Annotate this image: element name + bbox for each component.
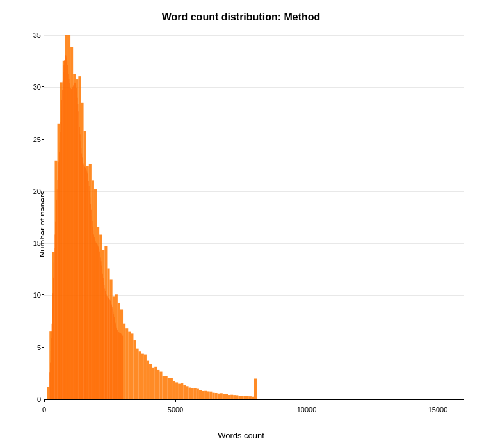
svg-rect-169	[96, 243, 97, 399]
svg-rect-123	[72, 88, 73, 399]
svg-rect-96	[58, 171, 58, 399]
svg-rect-64	[215, 393, 218, 399]
svg-rect-106	[63, 72, 64, 399]
svg-rect-92	[56, 211, 56, 399]
svg-rect-172	[98, 246, 99, 399]
svg-rect-161	[92, 221, 93, 399]
svg-rect-63	[212, 393, 214, 399]
svg-rect-71	[233, 395, 236, 399]
svg-rect-30	[125, 328, 128, 399]
svg-rect-81	[50, 363, 51, 399]
svg-rect-111	[66, 56, 67, 399]
svg-rect-120	[70, 88, 71, 399]
svg-rect-76	[246, 396, 249, 399]
svg-rect-104	[62, 90, 63, 399]
svg-rect-68	[225, 394, 228, 399]
svg-rect-205	[115, 323, 116, 399]
svg-rect-78	[252, 397, 254, 399]
svg-rect-145	[84, 165, 84, 399]
svg-rect-32	[131, 333, 133, 399]
svg-rect-121	[71, 89, 72, 399]
svg-rect-44	[163, 376, 165, 399]
svg-rect-29	[123, 324, 125, 399]
svg-rect-69	[228, 395, 230, 399]
svg-rect-75	[244, 396, 246, 399]
svg-rect-49	[175, 382, 178, 399]
svg-rect-113	[67, 61, 67, 399]
svg-rect-187	[106, 293, 106, 399]
svg-rect-152	[87, 173, 88, 399]
svg-rect-67	[223, 394, 225, 399]
svg-rect-62	[209, 392, 212, 399]
svg-rect-137	[79, 127, 80, 399]
svg-rect-153	[88, 177, 88, 399]
svg-rect-135	[78, 111, 79, 399]
svg-rect-151	[86, 171, 87, 399]
svg-rect-143	[83, 161, 83, 399]
svg-rect-95	[58, 180, 58, 399]
svg-rect-196	[110, 301, 111, 399]
svg-rect-119	[70, 86, 70, 399]
svg-rect-39	[149, 364, 152, 399]
x-axis-label: Words count	[218, 431, 264, 440]
svg-rect-163	[93, 231, 93, 399]
svg-rect-48	[173, 381, 175, 399]
svg-rect-55	[191, 388, 194, 399]
svg-rect-116	[68, 74, 69, 399]
svg-rect-139	[81, 141, 81, 399]
svg-rect-74	[241, 396, 244, 399]
svg-rect-157	[90, 197, 90, 399]
svg-rect-149	[86, 168, 86, 399]
svg-rect-174	[99, 249, 99, 399]
svg-rect-41	[154, 367, 157, 399]
svg-rect-125	[73, 85, 74, 399]
svg-rect-129	[75, 83, 76, 399]
svg-rect-128	[75, 83, 76, 399]
svg-rect-87	[53, 278, 54, 399]
svg-rect-134	[78, 104, 79, 399]
svg-rect-53	[186, 386, 188, 399]
svg-rect-173	[99, 247, 99, 399]
histogram-bars: // We'll generate histogram bars represe…	[44, 35, 464, 399]
svg-rect-150	[86, 170, 87, 399]
svg-rect-219	[122, 336, 123, 399]
svg-rect-57	[197, 389, 199, 399]
svg-rect-178	[101, 261, 102, 399]
svg-rect-142	[82, 157, 83, 399]
svg-rect-52	[183, 385, 186, 399]
svg-rect-195	[110, 300, 111, 399]
svg-rect-101	[60, 122, 61, 399]
svg-rect-133	[77, 98, 78, 399]
svg-rect-61	[207, 391, 209, 399]
svg-rect-66	[220, 393, 223, 399]
svg-rect-86	[52, 293, 53, 399]
svg-rect-105	[63, 81, 63, 399]
svg-rect-144	[83, 163, 84, 399]
svg-rect-207	[116, 326, 116, 399]
svg-rect-217	[122, 334, 122, 399]
svg-rect-211	[118, 332, 119, 399]
svg-rect-188	[106, 294, 107, 399]
svg-rect-84	[52, 324, 52, 399]
svg-rect-108	[64, 60, 65, 399]
svg-rect-59	[202, 391, 204, 399]
svg-rect-138	[80, 134, 81, 399]
svg-rect-110	[65, 55, 66, 399]
svg-rect-90	[54, 234, 55, 399]
svg-rect-70	[230, 395, 233, 399]
svg-rect-103	[61, 100, 62, 399]
svg-rect-158	[90, 204, 91, 399]
svg-rect-46	[168, 378, 170, 399]
svg-rect-51	[181, 383, 183, 399]
svg-rect-208	[116, 328, 117, 399]
svg-rect-47	[170, 378, 173, 399]
svg-rect-98	[59, 152, 60, 399]
svg-rect-77	[249, 396, 252, 399]
svg-rect-204	[115, 320, 115, 399]
svg-rect-136	[79, 119, 79, 399]
svg-rect-179	[101, 266, 102, 399]
svg-rect-107	[63, 65, 64, 399]
svg-rect-38	[147, 361, 149, 399]
svg-rect-166	[95, 239, 95, 399]
svg-rect-186	[105, 291, 106, 399]
